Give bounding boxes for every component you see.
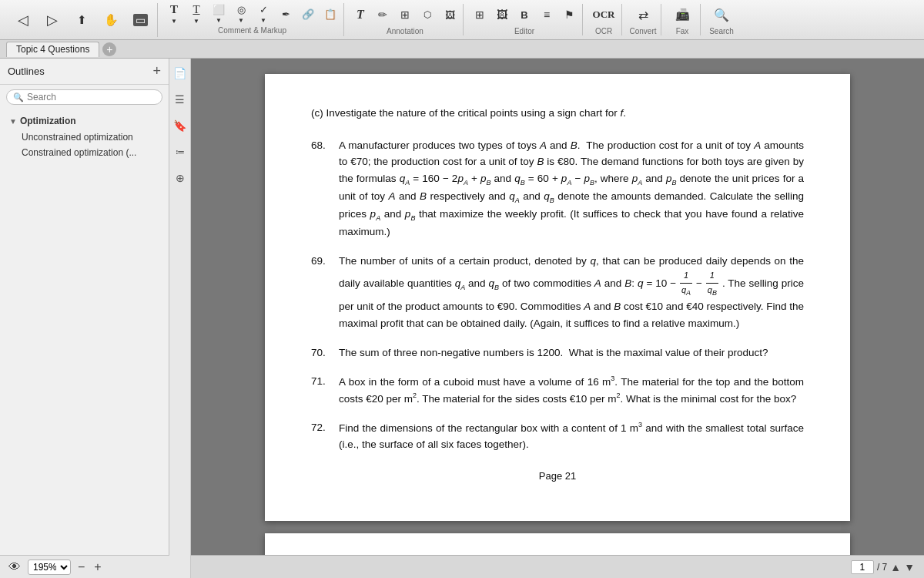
- comment-markup-label: T▼ T▼ ⬜▼ ◎▼ ✓▼ ✒ 🔗 📋 Comment & Markup: [164, 3, 340, 36]
- forward-button[interactable]: ▷: [38, 3, 66, 37]
- comment-markup-group: T▼ T▼ ⬜▼ ◎▼ ✓▼ ✒ 🔗 📋 Comment & Markup: [161, 3, 344, 36]
- add-tab-button[interactable]: +: [102, 42, 116, 56]
- left-icon-bar: 📄 ☰ 🔖 ≔ ⊕: [169, 59, 191, 578]
- ocr-label-text: OCR: [595, 27, 612, 35]
- optimization-label: Optimization: [20, 116, 76, 126]
- ann-pen-button[interactable]: ✏: [373, 4, 393, 25]
- comments-icon[interactable]: ≔: [172, 143, 189, 160]
- convert-group: ⇄ Convert: [625, 4, 661, 35]
- fax-label-text: Fax: [676, 27, 689, 35]
- back-button[interactable]: ◁: [9, 3, 37, 37]
- optimization-section-header[interactable]: ▼ Optimization: [6, 113, 162, 129]
- rect-tool-button[interactable]: ⬜▼: [209, 3, 229, 25]
- search-input[interactable]: [27, 92, 156, 102]
- problem-69: 69. The number of units of a certain pro…: [311, 253, 804, 332]
- problem-72-text: Find the dimensions of the rectangular b…: [339, 419, 804, 453]
- select-tool-button[interactable]: ▭: [126, 3, 154, 37]
- editor-label-text: Editor: [514, 27, 534, 35]
- eye-icon[interactable]: 👁: [6, 559, 23, 576]
- convert-label-text: Convert: [629, 27, 656, 35]
- problem-69-number: 69.: [311, 253, 333, 332]
- problem-72: 72. Find the dimensions of the rectangul…: [311, 419, 804, 453]
- zoom-plus-button[interactable]: +: [92, 561, 103, 573]
- page-navigation: / 7 ▲ ▼: [851, 560, 915, 574]
- ann-table-button[interactable]: ⊞: [395, 4, 415, 25]
- upload-button[interactable]: ⬆: [68, 3, 95, 37]
- search-group: 🔍 Search: [704, 4, 739, 35]
- ocr-group: OCR OCR: [586, 4, 622, 35]
- part-c-text: (c) Investigate the nature of the critic…: [311, 105, 804, 122]
- search-box[interactable]: 🔍: [6, 89, 162, 105]
- sidebar-item-constrained[interactable]: Constrained optimization (...: [6, 145, 162, 160]
- hand-tool-button[interactable]: ✋: [97, 3, 125, 37]
- sidebar: Outlines + 🔍 ▼ Optimization Unconstraine…: [0, 59, 169, 578]
- sidebar-title: Outlines: [8, 66, 45, 77]
- ann-image-button[interactable]: 🖼: [440, 4, 460, 25]
- ed-grid-button[interactable]: ⊞: [470, 4, 490, 25]
- ocr-button[interactable]: OCR: [589, 4, 618, 25]
- page-content: (c) Investigate the nature of the critic…: [311, 105, 804, 485]
- tab-topic4-questions[interactable]: Topic 4 Questions: [6, 42, 99, 57]
- zoom-minus-button[interactable]: −: [75, 561, 87, 573]
- sidebar-add-button[interactable]: +: [152, 63, 161, 79]
- problem-70-number: 70.: [311, 344, 333, 361]
- zoom-select[interactable]: 195%: [28, 560, 71, 575]
- total-pages-label: / 7: [877, 562, 887, 573]
- check-tool-button[interactable]: ✓▼: [253, 3, 273, 25]
- search-icon: 🔍: [13, 92, 24, 102]
- ed-flag-button[interactable]: ⚑: [559, 4, 579, 25]
- text-tool2-button[interactable]: T▼: [186, 3, 206, 25]
- tabbar: Topic 4 Questions +: [0, 40, 924, 59]
- ann-shape-button[interactable]: ⬡: [417, 4, 437, 25]
- editor-group: ⊞ 🖼 B ≡ ⚑ Editor: [467, 4, 583, 35]
- ann-text-button[interactable]: T: [350, 4, 370, 25]
- bookmark-icon[interactable]: 🔖: [172, 117, 189, 134]
- annotation-label-text: Annotation: [387, 27, 424, 35]
- document-content-area: (c) Investigate the nature of the critic…: [191, 59, 924, 578]
- zoom-bar: 👁 195% − +: [0, 555, 169, 578]
- note-tool-button[interactable]: 📋: [320, 3, 340, 25]
- problem-70-text: The sum of three non-negative numbers is…: [339, 344, 804, 361]
- page-down-button[interactable]: ▼: [904, 561, 915, 573]
- fax-group: 📠 Fax: [665, 4, 701, 35]
- main-area: Outlines + 🔍 ▼ Optimization Unconstraine…: [0, 59, 924, 578]
- section-arrow-icon: ▼: [9, 117, 17, 126]
- problem-71: 71. A box in the form of a cuboid must h…: [311, 373, 804, 407]
- fax-button[interactable]: 📠: [668, 4, 697, 25]
- link-tool-button[interactable]: 🔗: [298, 3, 318, 25]
- page-nav-bar: / 7 ▲ ▼: [191, 555, 924, 578]
- page-thumbnail-icon[interactable]: 📄: [172, 65, 189, 82]
- document-page: (c) Investigate the nature of the critic…: [265, 74, 850, 521]
- ed-bold-button[interactable]: B: [514, 4, 534, 25]
- page-number: Page 21: [311, 469, 804, 485]
- pen-tool-button[interactable]: ✒: [276, 3, 296, 25]
- search-button[interactable]: 🔍: [707, 4, 736, 25]
- page-up-button[interactable]: ▲: [890, 561, 901, 573]
- annotation-group: T ✏ ⊞ ⬡ 🖼 Annotation: [347, 4, 464, 35]
- page-number-input[interactable]: [851, 560, 874, 574]
- problem-71-number: 71.: [311, 373, 333, 407]
- problem-68-number: 68.: [311, 137, 333, 240]
- problem-68: 68. A manufacturer produces two types of…: [311, 137, 804, 240]
- comment-markup-label-text: Comment & Markup: [218, 26, 286, 35]
- problem-70: 70. The sum of three non-negative number…: [311, 344, 804, 361]
- outline-panel-icon[interactable]: ☰: [172, 91, 189, 108]
- layers-icon[interactable]: ⊕: [172, 170, 189, 187]
- problem-71-text: A box in the form of a cuboid must have …: [339, 373, 804, 407]
- circle-tool-button[interactable]: ◎▼: [231, 3, 251, 25]
- convert-button[interactable]: ⇄: [628, 4, 658, 25]
- optimization-section: ▼ Optimization Unconstrained optimizatio…: [0, 109, 169, 163]
- problem-69-text: The number of units of a certain product…: [339, 253, 804, 332]
- problem-68-text: A manufacturer produces two types of toy…: [339, 137, 804, 240]
- sidebar-item-unconstrained[interactable]: Unconstrained optimization: [6, 129, 162, 145]
- search-label-text: Search: [709, 27, 734, 35]
- nav-group: ◁ ▷ ⬆ ✋ ▭: [6, 3, 158, 37]
- sidebar-header: Outlines +: [0, 59, 169, 85]
- toolbar: ◁ ▷ ⬆ ✋ ▭ T▼ T▼ ⬜▼ ◎▼ ✓▼ ✒ 🔗 📋 Comment &…: [0, 0, 924, 40]
- ed-img-button[interactable]: 🖼: [492, 4, 512, 25]
- text-tool-button[interactable]: T▼: [164, 3, 184, 25]
- ed-list-button[interactable]: ≡: [537, 4, 557, 25]
- problem-72-number: 72.: [311, 419, 333, 453]
